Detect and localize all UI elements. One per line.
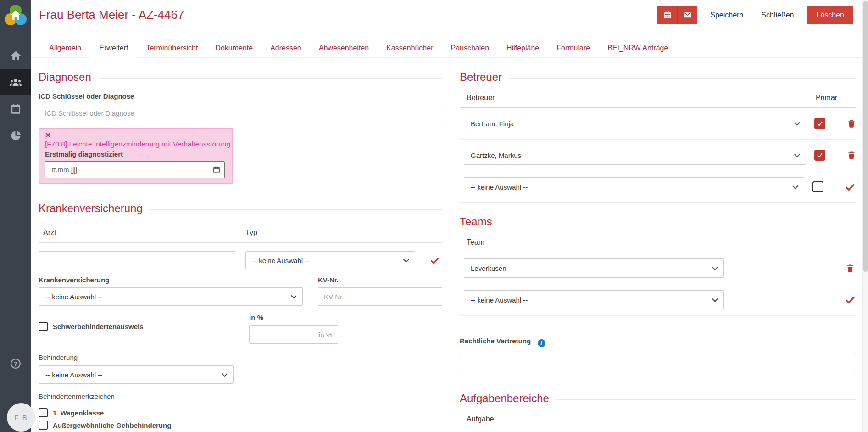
- svg-text:?: ?: [14, 360, 17, 367]
- kvnr-label: KV-Nr.: [318, 276, 442, 284]
- delete-team-icon[interactable]: [846, 263, 855, 273]
- wagenklasse-checkbox[interactable]: [39, 408, 48, 417]
- diagnosis-text: [F70.8] Leichte Intelligenzminderung mit…: [45, 140, 227, 148]
- team-select[interactable]: Leverkusen: [464, 258, 724, 278]
- tab-abwesenheiten[interactable]: Abwesenheiten: [310, 39, 378, 57]
- tab-adressen[interactable]: Adressen: [262, 39, 310, 57]
- mail-icon: [683, 10, 692, 20]
- tab-erweitert[interactable]: Erweitert: [90, 39, 137, 58]
- date-picker-icon[interactable]: [212, 165, 221, 174]
- scrollbar-track: [862, 0, 868, 432]
- tab-pauschalen[interactable]: Pauschalen: [442, 39, 498, 57]
- betreuer-heading: Betreuer: [460, 71, 856, 84]
- primaer-checkbox[interactable]: [812, 181, 823, 192]
- chevron-down-icon: [403, 257, 409, 263]
- question-icon: ?: [10, 358, 22, 370]
- gehbehinderung-label: Außergewöhnliche Gehbehinderung: [53, 421, 171, 429]
- team-select[interactable]: -- keine Auswahl --: [464, 290, 724, 309]
- arzt-input[interactable]: [39, 251, 235, 269]
- behindertenmerkzeichen-label: Behindertenmerkzeichen: [39, 393, 442, 400]
- info-icon[interactable]: i: [538, 339, 545, 347]
- legal-label: Rechtliche Vertretung: [460, 337, 531, 345]
- behinderung-label: Behinderung: [39, 353, 442, 361]
- legal-input[interactable]: [460, 352, 856, 370]
- confirm-team-icon[interactable]: [844, 294, 856, 306]
- chevron-down-icon: [792, 183, 798, 189]
- team-header-row: Team: [460, 238, 856, 252]
- tab-allgemein[interactable]: Allgemein: [40, 39, 90, 57]
- typ-select[interactable]: -- keine Auswahl --: [245, 251, 415, 269]
- primaer-checkbox[interactable]: [814, 118, 825, 129]
- behinderung-select[interactable]: -- keine Auswahl --: [39, 365, 234, 384]
- first-diagnosed-date-input[interactable]: [45, 161, 225, 178]
- first-diagnosed-label: Erstmalig diagnostiziert: [45, 150, 227, 158]
- kvnr-input[interactable]: [318, 287, 442, 306]
- scrollbar-thumb[interactable]: [863, 1, 868, 272]
- close-button[interactable]: Schließen: [752, 6, 803, 24]
- wagenklasse-label: 1. Wagenklasse: [53, 409, 104, 417]
- header: Frau Berta Meier - AZ-4467 Speichern Sch…: [31, 0, 862, 39]
- delete-betreuer-icon[interactable]: [847, 118, 856, 129]
- icd-search-input[interactable]: [39, 104, 442, 122]
- delete-button[interactable]: Löschen: [807, 6, 854, 24]
- people-group-icon: [8, 75, 23, 90]
- schwerbehindertenausweis-label: Schwerbehindertenausweis: [53, 323, 144, 331]
- save-button[interactable]: Speichern: [701, 6, 752, 24]
- betreuer-select[interactable]: -- keine Auswahl --: [464, 177, 804, 196]
- home-icon: [10, 50, 22, 62]
- primaer-col-label: Primär: [816, 94, 856, 102]
- kv-label: Krankenversicherung: [39, 276, 303, 284]
- tab-hilfeplaene[interactable]: Hilfepläne: [498, 39, 548, 57]
- sidebar-item-home[interactable]: [0, 42, 31, 69]
- betreuer-col-label: Betreuer: [467, 94, 495, 102]
- aufgabe-col-label: Aufgabe: [467, 415, 494, 423]
- remove-diagnosis-icon[interactable]: ✕: [45, 131, 52, 140]
- divider: [460, 330, 856, 330]
- calendar-icon: [663, 11, 672, 20]
- team-row: Leverkusen: [460, 252, 856, 284]
- page-title: Frau Berta Meier - AZ-4467: [39, 8, 184, 22]
- user-avatar[interactable]: F B: [7, 403, 35, 432]
- betreuer-header-row: Betreuer Primär: [460, 94, 856, 108]
- mail-button[interactable]: [677, 6, 697, 24]
- arzt-typ-row: -- keine Auswahl --: [39, 251, 442, 269]
- tab-bei-nrw-antraege[interactable]: BEI_NRW Anträge: [599, 39, 677, 57]
- icd-label: ICD Schlüssel oder Diagnose: [39, 92, 442, 100]
- tab-dokumente[interactable]: Dokumente: [206, 39, 262, 57]
- teams-heading: Teams: [460, 215, 856, 228]
- chevron-down-icon: [794, 151, 800, 157]
- sidebar-item-calendar[interactable]: [0, 95, 31, 122]
- tab-formulare[interactable]: Formulare: [548, 39, 599, 57]
- sidebar-item-help[interactable]: ?: [0, 350, 31, 377]
- diagnosis-card: ✕ [F70.8] Leichte Intelligenzminderung m…: [39, 128, 233, 184]
- sidebar-item-statistics[interactable]: [0, 122, 31, 149]
- arzt-typ-header-row: Arzt Typ: [39, 229, 442, 243]
- tab-kassenbuecher[interactable]: Kassenbücher: [378, 39, 442, 57]
- delete-betreuer-icon[interactable]: [847, 150, 856, 160]
- kv-select[interactable]: -- keine Auswahl --: [39, 287, 303, 306]
- primaer-checkbox[interactable]: [814, 150, 825, 161]
- percent-input[interactable]: [249, 325, 338, 344]
- percent-row: Schwerbehindertenausweis in %: [39, 314, 442, 344]
- app-logo[interactable]: [0, 0, 31, 31]
- right-column: Betreuer Betreuer Primär Bertram, Finja …: [460, 58, 856, 429]
- confirm-betreuer-icon[interactable]: [844, 181, 856, 193]
- betreuer-select[interactable]: Gartzke, Markus: [464, 146, 806, 165]
- tab-terminuebersicht[interactable]: Terminübersicht: [137, 39, 206, 57]
- confirm-arzt-icon[interactable]: [429, 255, 440, 266]
- appointment-button[interactable]: [657, 6, 677, 24]
- logo-home-icon: [9, 8, 22, 22]
- arzt-col-label: Arzt: [43, 229, 245, 237]
- schwerbehindertenausweis-checkbox[interactable]: [39, 322, 48, 331]
- team-row: -- keine Auswahl --: [460, 284, 856, 316]
- sidebar-item-clients[interactable]: [0, 69, 31, 95]
- typ-col-label: Typ: [245, 229, 257, 237]
- betreuer-select[interactable]: Bertram, Finja: [464, 114, 806, 133]
- percent-label: in %: [249, 314, 338, 321]
- gehbehinderung-checkbox[interactable]: [39, 421, 48, 430]
- chevron-down-icon: [712, 296, 718, 302]
- kv-row: Krankenversicherung -- keine Auswahl -- …: [39, 273, 442, 306]
- betreuer-row: Bertram, Finja: [460, 108, 856, 140]
- chevron-down-icon: [222, 371, 228, 377]
- tab-bar: Allgemein Erweitert Terminübersicht Doku…: [31, 39, 862, 58]
